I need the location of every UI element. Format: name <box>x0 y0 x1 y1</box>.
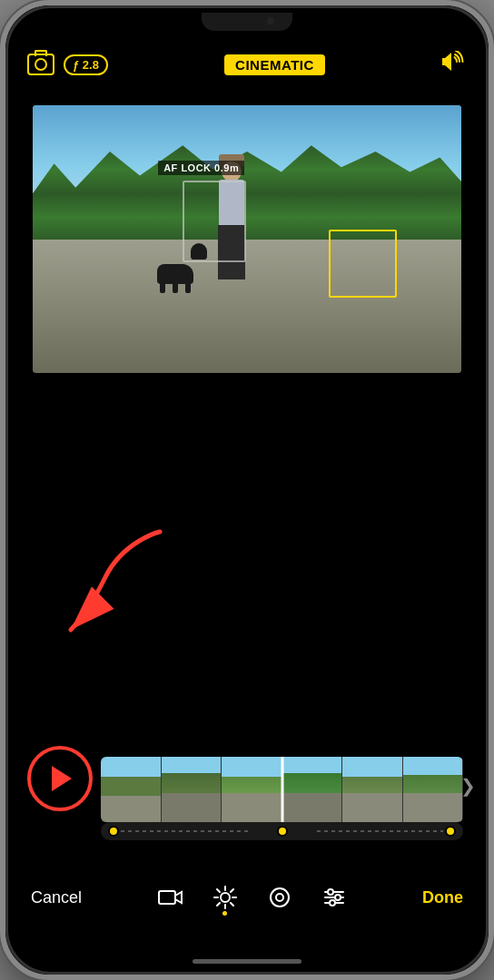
svg-line-9 <box>231 889 233 892</box>
svg-line-7 <box>217 889 220 892</box>
svg-rect-1 <box>159 891 175 904</box>
timeline-strip[interactable] <box>101 757 463 822</box>
focus-line-2 <box>317 830 444 832</box>
volume-up-button[interactable] <box>0 201 2 260</box>
cancel-label: Cancel <box>31 888 82 907</box>
volume-icon[interactable] <box>441 51 467 78</box>
camera-dot <box>267 17 274 24</box>
cinematic-badge[interactable]: CINEMATIC <box>224 54 325 75</box>
play-button[interactable] <box>27 746 93 811</box>
header-left: ƒ 2.8 <box>27 54 108 75</box>
playhead <box>281 757 283 822</box>
focus-line <box>121 830 248 832</box>
volume-down-button[interactable] <box>0 273 2 332</box>
dog-leg <box>185 282 191 293</box>
dog-body <box>157 264 193 284</box>
af-lock-label: AF LOCK 0.9m <box>158 161 244 175</box>
video-preview[interactable]: AF LOCK 0.9m <box>33 105 461 373</box>
done-label: Done <box>422 888 463 907</box>
toolbar-icons <box>158 885 347 910</box>
done-button[interactable]: Done <box>422 888 463 907</box>
cinematic-label: CINEMATIC <box>235 57 314 73</box>
adjust-active-dot <box>222 911 227 916</box>
focus-dot-start <box>108 826 119 837</box>
phone-frame: ƒ 2.8 CINEMATIC <box>0 0 494 980</box>
timeline-chevron-icon[interactable]: ❯ <box>460 775 476 797</box>
timeline-frame-1 <box>101 757 162 822</box>
focus-dot-end <box>445 826 456 837</box>
video-camera-button[interactable] <box>158 885 183 910</box>
notch <box>202 13 292 31</box>
aperture-badge[interactable]: ƒ 2.8 <box>64 54 108 75</box>
camera-icon[interactable] <box>27 54 54 75</box>
timeline-frame-3 <box>222 757 282 822</box>
adjust-icon <box>212 885 238 910</box>
video-camera-icon <box>158 885 183 910</box>
dog-leg <box>160 282 165 293</box>
svg-line-10 <box>217 903 220 906</box>
svg-point-18 <box>330 900 335 906</box>
home-indicator[interactable] <box>193 959 301 964</box>
video-scene: AF LOCK 0.9m <box>33 105 461 373</box>
aperture-label: ƒ 2.8 <box>73 58 99 72</box>
dark-below-area <box>5 373 489 554</box>
timeline-frame-2 <box>162 757 222 822</box>
svg-line-8 <box>231 903 233 906</box>
svg-point-16 <box>328 889 333 895</box>
svg-point-12 <box>276 894 283 901</box>
timeline-frame-4 <box>282 757 343 822</box>
svg-point-11 <box>271 888 289 906</box>
mute-button[interactable] <box>0 151 2 187</box>
phone-screen: ƒ 2.8 CINEMATIC <box>5 5 489 975</box>
adjust-button[interactable] <box>212 885 238 910</box>
timeline-frame-5 <box>342 757 403 822</box>
af-lock-box: AF LOCK 0.9m <box>183 181 246 262</box>
bottom-toolbar: Cancel <box>5 870 489 925</box>
focus-button[interactable] <box>267 885 292 910</box>
dog-leg <box>173 282 178 293</box>
focus-box-yellow <box>329 230 397 298</box>
timeline-frame-6 <box>403 757 464 822</box>
header-bar: ƒ 2.8 CINEMATIC <box>5 42 489 87</box>
focus-track[interactable] <box>101 822 463 840</box>
focus-dot-mid <box>277 826 288 837</box>
svg-point-17 <box>335 895 341 900</box>
play-icon <box>52 766 72 791</box>
focus-icon <box>267 885 292 910</box>
sliders-button[interactable] <box>321 885 347 910</box>
dog-legs <box>160 282 191 293</box>
sliders-icon <box>321 885 347 910</box>
cancel-button[interactable]: Cancel <box>31 888 82 907</box>
svg-point-2 <box>221 893 230 902</box>
